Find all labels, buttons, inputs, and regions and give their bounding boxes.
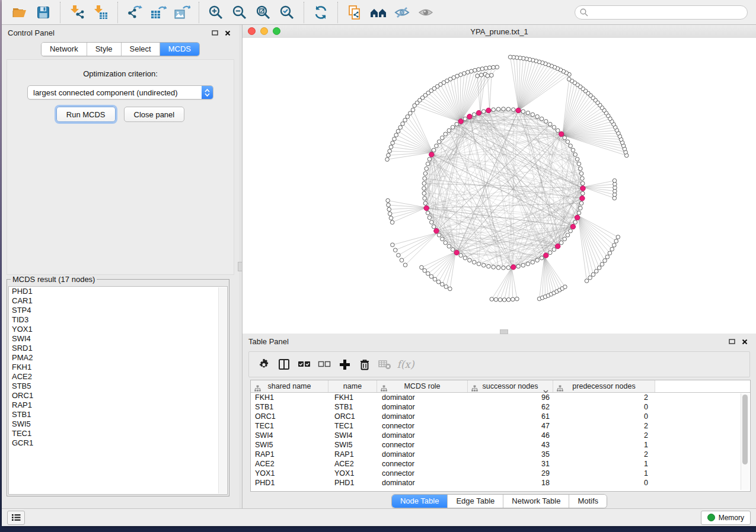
- close-window-icon[interactable]: [248, 27, 256, 35]
- first-neighbors-icon[interactable]: [366, 2, 390, 23]
- column-header-name[interactable]: name: [328, 380, 377, 392]
- apply-layout-icon[interactable]: [309, 2, 333, 23]
- network-canvas[interactable]: [243, 38, 756, 334]
- tab-select[interactable]: Select: [122, 43, 160, 56]
- table-cell[interactable]: dominator: [377, 403, 468, 411]
- criterion-dropdown[interactable]: largest connected component (undirected): [27, 85, 213, 100]
- mcds-list-scrollbar[interactable]: [218, 287, 227, 493]
- tab-style[interactable]: Style: [87, 43, 122, 56]
- table-cell[interactable]: ORC1: [328, 412, 377, 421]
- mcds-result-item[interactable]: TID3: [9, 315, 227, 325]
- table-row[interactable]: FKH1FKH1dominator962: [251, 393, 750, 402]
- import-network-icon[interactable]: [65, 2, 89, 23]
- table-cell[interactable]: ACE2: [251, 460, 328, 468]
- table-cell[interactable]: RAP1: [251, 450, 328, 459]
- network-window-titlebar[interactable]: YPA_prune.txt_1: [243, 25, 756, 39]
- tab-network[interactable]: Network: [42, 43, 87, 56]
- function-builder-icon[interactable]: f(x): [395, 354, 415, 374]
- table-cell[interactable]: ORC1: [251, 412, 328, 421]
- table-cell[interactable]: connector: [377, 441, 468, 449]
- table-cell[interactable]: SWI4: [328, 431, 377, 440]
- table-cell[interactable]: SWI5: [328, 441, 377, 449]
- table-cell[interactable]: FKH1: [328, 393, 377, 402]
- export-network-icon[interactable]: [123, 2, 146, 23]
- table-cell[interactable]: 43: [468, 441, 553, 449]
- table-cell[interactable]: dominator: [377, 431, 468, 440]
- export-image-icon[interactable]: [170, 2, 194, 23]
- table-row[interactable]: PHD1PHD1dominator180: [251, 478, 750, 488]
- table-cell[interactable]: connector: [377, 422, 468, 430]
- mcds-result-item[interactable]: CAR1: [9, 296, 227, 306]
- tab-motifs[interactable]: Motifs: [569, 495, 607, 508]
- show-all-icon[interactable]: [414, 2, 438, 23]
- zoom-in-icon[interactable]: [204, 2, 228, 23]
- table-cell[interactable]: SWI4: [251, 431, 328, 440]
- tab-network-table[interactable]: Network Table: [503, 495, 569, 508]
- table-cell[interactable]: connector: [377, 469, 468, 477]
- delete-table-icon[interactable]: [375, 354, 395, 374]
- table-row[interactable]: ACE2ACE2connector311: [251, 459, 750, 469]
- export-table-icon[interactable]: [146, 2, 170, 23]
- deselect-all-columns-icon[interactable]: [314, 354, 334, 374]
- table-cell[interactable]: 1: [553, 441, 655, 449]
- tab-edge-table[interactable]: Edge Table: [448, 495, 503, 508]
- tab-mcds[interactable]: MCDS: [160, 43, 199, 56]
- table-cell[interactable]: 61: [468, 412, 553, 421]
- tab-node-table[interactable]: Node Table: [392, 495, 448, 508]
- column-header-predecessor-nodes[interactable]: predecessor nodes: [553, 380, 655, 392]
- settings-gear-icon[interactable]: [254, 354, 274, 374]
- mcds-result-item[interactable]: YOX1: [9, 325, 227, 334]
- table-cell[interactable]: dominator: [377, 412, 468, 421]
- table-row[interactable]: RAP1RAP1dominator352: [251, 450, 750, 459]
- table-cell[interactable]: TEC1: [251, 422, 328, 430]
- float-panel-icon[interactable]: [209, 28, 220, 38]
- table-cell[interactable]: connector: [377, 460, 468, 468]
- table-row[interactable]: SWI5SWI5connector431: [251, 440, 750, 450]
- table-row[interactable]: STB1STB1dominator620: [251, 402, 750, 412]
- table-row[interactable]: ORC1ORC1dominator610: [251, 412, 750, 421]
- table-row[interactable]: YOX1YOX1connector291: [251, 469, 750, 478]
- table-cell[interactable]: YOX1: [328, 469, 377, 477]
- import-table-icon[interactable]: [89, 2, 113, 23]
- table-cell[interactable]: STB1: [251, 403, 328, 411]
- show-columns-icon[interactable]: [274, 354, 294, 374]
- delete-row-icon[interactable]: [355, 354, 375, 374]
- open-file-icon[interactable]: [8, 2, 31, 23]
- table-cell[interactable]: FKH1: [251, 393, 328, 402]
- task-history-button[interactable]: [7, 511, 25, 525]
- table-cell[interactable]: 1: [553, 469, 655, 477]
- table-cell[interactable]: 0: [553, 403, 655, 411]
- hide-selected-icon[interactable]: [390, 2, 414, 23]
- save-session-icon[interactable]: [31, 2, 55, 23]
- table-cell[interactable]: 2: [553, 450, 655, 459]
- table-cell[interactable]: YOX1: [251, 469, 328, 477]
- search-input[interactable]: [575, 5, 748, 20]
- table-cell[interactable]: 31: [468, 460, 553, 468]
- mcds-result-item[interactable]: ORC1: [9, 391, 227, 400]
- new-network-from-selection-icon[interactable]: [343, 2, 366, 23]
- mcds-result-item[interactable]: SWI4: [9, 334, 227, 344]
- table-cell[interactable]: 62: [468, 403, 553, 411]
- table-row[interactable]: TEC1TEC1connector472: [251, 421, 750, 431]
- table-cell[interactable]: RAP1: [328, 450, 377, 459]
- zoom-out-icon[interactable]: [228, 2, 251, 23]
- table-cell[interactable]: 35: [468, 450, 553, 459]
- close-panel-icon[interactable]: [222, 28, 233, 38]
- horizontal-splitter-handle[interactable]: [500, 329, 508, 334]
- table-cell[interactable]: PHD1: [251, 479, 328, 487]
- mcds-result-item[interactable]: PMA2: [9, 353, 227, 363]
- mcds-result-item[interactable]: SRD1: [9, 344, 227, 353]
- mcds-result-item[interactable]: STB5: [9, 382, 227, 391]
- table-scrollbar[interactable]: [741, 393, 749, 490]
- table-scrollbar-thumb[interactable]: [742, 395, 748, 464]
- column-header-MCDS-role[interactable]: MCDS role: [377, 380, 468, 392]
- table-cell[interactable]: TEC1: [328, 422, 377, 430]
- select-all-columns-icon[interactable]: [294, 354, 314, 374]
- table-cell[interactable]: 2: [553, 393, 655, 402]
- table-cell[interactable]: 0: [553, 412, 655, 421]
- mcds-result-item[interactable]: PHD1: [9, 287, 227, 296]
- table-cell[interactable]: dominator: [377, 450, 468, 459]
- table-cell[interactable]: ACE2: [328, 460, 377, 468]
- mcds-result-item[interactable]: ACE2: [9, 372, 227, 382]
- table-cell[interactable]: 29: [468, 469, 553, 477]
